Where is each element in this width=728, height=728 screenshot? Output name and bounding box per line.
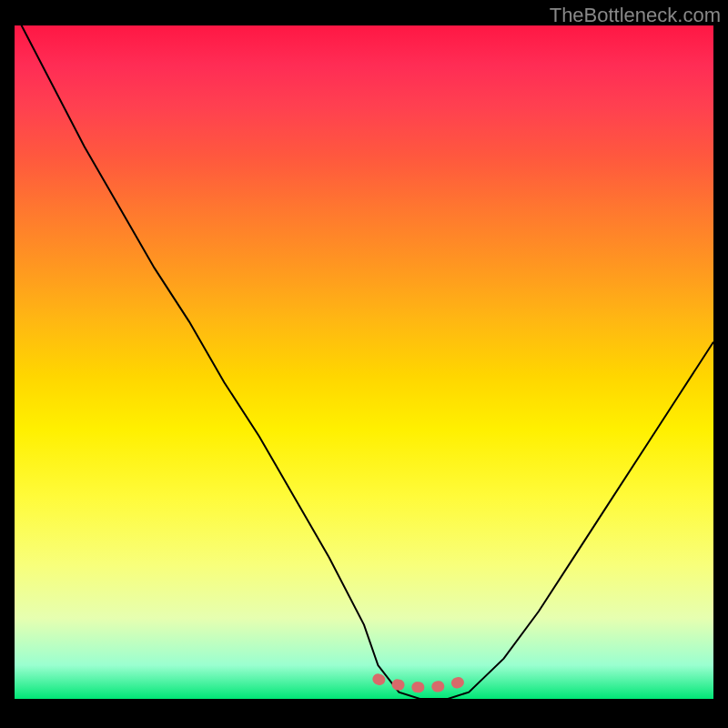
plot-area [15, 25, 713, 699]
chart-svg [15, 25, 713, 699]
chart-container: TheBottleneck.com [0, 0, 728, 728]
curve-path [15, 12, 713, 699]
watermark-label: TheBottleneck.com [550, 4, 721, 27]
